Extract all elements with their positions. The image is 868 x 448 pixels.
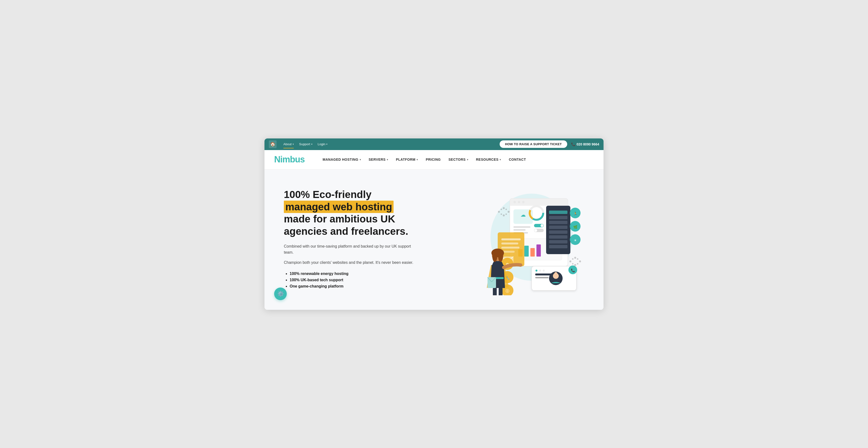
phone-link[interactable]: 📞 020 8090 9664 [571,142,599,146]
svg-rect-51 [501,243,518,245]
platform-chevron-icon: ▾ [416,158,418,161]
main-nav-items: MANAGED HOSTING ▾ SERVERS ▾ PLATFORM ▾ P… [319,156,529,163]
hero-subtitle-2: Champion both your clients' websites and… [284,259,420,266]
svg-text:🌿: 🌿 [573,225,578,229]
bullet-2: 100% UK-based tech support [290,278,420,282]
svg-point-2 [503,207,505,209]
svg-rect-84 [493,287,497,295]
svg-rect-68 [535,277,549,278]
svg-rect-48 [549,245,567,248]
phone-icon: 📞 [571,142,575,146]
nav-login[interactable]: Login ▾ [316,141,330,147]
svg-point-14 [577,258,578,260]
svg-point-71 [554,272,557,275]
nav-support[interactable]: Support ▾ [297,141,314,147]
svg-point-5 [501,209,502,210]
svg-rect-46 [549,235,567,238]
resources-chevron-icon: ▾ [500,158,501,161]
top-bar-left: 🏠 About ▾ Support ▾ Login ▾ [269,140,330,148]
support-chevron-icon: ▾ [311,143,312,146]
svg-point-15 [572,263,574,264]
login-chevron-icon: ▾ [326,143,328,146]
logo[interactable]: Nimbus [274,154,305,165]
svg-point-9 [569,260,571,262]
hero-svg: ☁ [452,184,587,295]
svg-point-1 [498,211,500,213]
hero-illustration: ☁ [445,184,594,295]
chat-widget-icon: ⚙️ [277,291,284,297]
svg-rect-44 [549,226,567,229]
nav-contact[interactable]: CONTACT [505,156,529,163]
about-chevron-icon: ▾ [292,143,294,146]
svg-rect-85 [499,287,502,295]
home-icon[interactable]: 🏠 [269,140,277,148]
svg-text:📞: 📞 [570,268,575,273]
nav-servers[interactable]: SERVERS ▾ [365,156,392,163]
svg-rect-39 [536,245,541,257]
hero-subtitle-1: Combined with our time-saving platform a… [284,243,420,256]
svg-point-13 [572,258,574,260]
svg-rect-38 [530,248,535,257]
svg-rect-50 [501,238,521,241]
nav-platform[interactable]: PLATFORM ▾ [393,156,422,163]
svg-text:☀: ☀ [574,238,577,242]
bullet-3: One game-changing platform [290,284,420,288]
hero-title: 100% Eco-friendly managed web hosting ma… [284,189,420,237]
hero-content: 100% Eco-friendly managed web hosting ma… [284,189,420,290]
sectors-chevron-icon: ▾ [467,158,468,161]
svg-point-64 [543,269,545,271]
svg-text:⓪: ⓪ [505,289,509,293]
top-bar-nav: About ▾ Support ▾ Login ▾ [281,141,330,147]
main-nav: Nimbus MANAGED HOSTING ▾ SERVERS ▾ PLATF… [265,150,603,169]
svg-point-3 [507,211,509,213]
svg-rect-67 [535,274,552,276]
nav-pricing[interactable]: PRICING [423,156,444,163]
svg-point-62 [535,269,537,271]
svg-point-21 [518,201,520,203]
svg-point-4 [503,215,505,216]
svg-point-32 [540,224,544,227]
svg-point-20 [514,201,516,203]
top-bar-right: HOW TO RAISE A SUPPORT TICKET 📞 020 8090… [500,140,599,148]
svg-rect-42 [549,216,567,219]
svg-point-12 [574,264,576,266]
svg-rect-41 [549,211,567,214]
svg-rect-37 [524,246,529,257]
nav-sectors[interactable]: SECTORS ▾ [445,156,471,163]
top-bar: 🏠 About ▾ Support ▾ Login ▾ HOW TO RAISE… [265,138,603,150]
chat-widget[interactable]: ⚙️ [274,288,287,300]
svg-point-10 [574,257,576,259]
hero-bullets: 100% renewable energy hosting 100% UK-ba… [284,271,420,288]
svg-rect-45 [549,230,567,234]
servers-chevron-icon: ▾ [387,158,388,161]
svg-point-82 [498,251,503,262]
nav-managed-hosting[interactable]: MANAGED HOSTING ▾ [319,156,364,163]
bullet-1: 100% renewable energy hosting [290,271,420,276]
browser-window: 🏠 About ▾ Support ▾ Login ▾ HOW TO RAISE… [265,138,603,310]
svg-rect-25 [514,226,530,228]
svg-point-6 [505,209,507,210]
svg-rect-43 [549,221,567,224]
svg-point-81 [492,251,497,262]
managed-hosting-chevron-icon: ▾ [360,158,361,161]
nav-resources[interactable]: RESOURCES ▾ [472,156,504,163]
support-ticket-button[interactable]: HOW TO RAISE A SUPPORT TICKET [500,140,567,148]
svg-point-8 [505,214,507,215]
nav-about[interactable]: About ▾ [281,141,296,147]
svg-point-16 [577,263,578,264]
svg-text:🏃: 🏃 [573,212,578,216]
svg-point-7 [501,214,502,215]
svg-point-34 [534,229,537,232]
svg-point-63 [539,269,541,271]
svg-text:☁: ☁ [521,212,526,218]
hero-section: 100% Eco-friendly managed web hosting ma… [265,169,603,310]
svg-rect-47 [549,240,567,244]
svg-rect-26 [514,229,526,231]
svg-rect-52 [501,247,520,249]
svg-point-22 [522,201,525,203]
svg-point-11 [579,260,581,262]
